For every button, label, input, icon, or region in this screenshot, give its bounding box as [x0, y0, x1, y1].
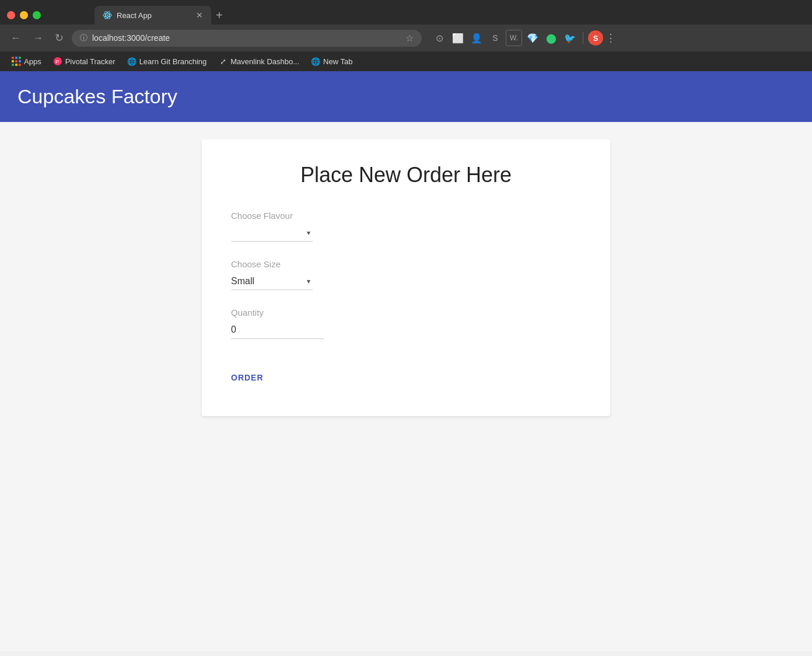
address-bar[interactable]: ⓘ localhost:3000/create ☆ [72, 30, 422, 47]
quantity-input[interactable] [231, 321, 324, 339]
forward-button[interactable]: → [29, 30, 47, 47]
size-select-wrapper: Small Medium Large ▾ [231, 273, 313, 290]
pivotal-label: Pivotal Tracker [65, 57, 116, 66]
url-text: localhost:3000/create [92, 33, 396, 43]
nav-separator [583, 32, 583, 44]
quantity-label: Quantity [231, 308, 581, 317]
flavour-select[interactable]: Chocolate Vanilla Strawberry [231, 224, 313, 242]
newtab-globe-icon: 🌐 [311, 57, 320, 66]
close-button[interactable] [7, 11, 15, 19]
window-controls [7, 11, 41, 19]
learngit-globe-icon: 🌐 [127, 57, 136, 66]
mavenlink-expand-icon: ⤢ [218, 57, 228, 66]
flavour-field: Choose Flavour Chocolate Vanilla Strawbe… [231, 211, 581, 242]
more-options-icon[interactable]: ⋮ [606, 32, 616, 44]
react-icon [103, 11, 112, 20]
app-header-title: Cupcakes Factory [18, 85, 794, 108]
browser-chrome: React App ✕ + ← → ↻ ⓘ localhost:3000/cre… [0, 0, 812, 71]
minimize-button[interactable] [20, 11, 28, 19]
svg-text:P: P [55, 59, 59, 65]
order-button[interactable]: ORDER [231, 368, 264, 387]
bookmark-mavenlink[interactable]: ⤢ Mavenlink Dashbo... [214, 55, 304, 68]
bookmark-pivotal[interactable]: P Pivotal Tracker [48, 55, 120, 68]
main-content: Place New Order Here Choose Flavour Choc… [0, 122, 812, 434]
app-content: Cupcakes Factory Place New Order Here Ch… [0, 71, 812, 651]
size-select[interactable]: Small Medium Large [231, 273, 313, 290]
tab-close-icon[interactable]: ✕ [196, 11, 203, 20]
learngit-label: Learn Git Branching [139, 57, 207, 66]
circle-icon[interactable]: ⬤ [543, 30, 559, 46]
pivotal-icon: P [53, 57, 62, 66]
back-button[interactable]: ← [7, 30, 24, 47]
cast-icon[interactable]: ⬜ [450, 30, 466, 46]
bookmark-newtab[interactable]: 🌐 New Tab [306, 55, 357, 68]
bird-icon[interactable]: 🐦 [562, 30, 578, 46]
apps-label: Apps [24, 57, 41, 66]
form-title: Place New Order Here [231, 163, 581, 187]
browser-nav-icons: ⊙ ⬜ 👤 S W. 💎 ⬤ 🐦 S ⋮ [431, 30, 616, 46]
active-tab[interactable]: React App ✕ [94, 6, 211, 25]
newtab-label: New Tab [323, 57, 352, 66]
bookmark-apps[interactable]: Apps [7, 55, 46, 68]
reload-button[interactable]: ↻ [51, 29, 67, 47]
tabs-row: React App ✕ + [48, 6, 228, 25]
flavour-label: Choose Flavour [231, 211, 581, 221]
nav-bar: ← → ↻ ⓘ localhost:3000/create ☆ ⊙ ⬜ 👤 S … [0, 25, 812, 51]
w-icon[interactable]: W. [506, 30, 522, 46]
title-bar: React App ✕ + [0, 0, 812, 25]
size-field: Choose Size Small Medium Large ▾ [231, 259, 581, 290]
profile-avatar[interactable]: S [588, 30, 603, 46]
gem-icon[interactable]: 💎 [524, 30, 541, 46]
slides-icon[interactable]: S [487, 30, 503, 46]
form-card: Place New Order Here Choose Flavour Choc… [202, 139, 610, 416]
bookmark-star-icon[interactable]: ☆ [405, 33, 414, 44]
flavour-select-wrapper: Chocolate Vanilla Strawberry ▾ [231, 224, 313, 242]
size-label: Choose Size [231, 259, 581, 269]
info-icon: ⓘ [80, 33, 88, 43]
maximize-button[interactable] [33, 11, 41, 19]
quantity-field: Quantity [231, 308, 581, 339]
account-icon[interactable]: 👤 [468, 30, 485, 46]
extensions-icon[interactable]: ⊙ [431, 30, 447, 46]
tab-title: React App [117, 11, 188, 20]
bookmark-learngit[interactable]: 🌐 Learn Git Branching [123, 55, 212, 68]
new-tab-button[interactable]: + [211, 6, 228, 25]
bookmarks-bar: Apps P Pivotal Tracker 🌐 Learn Git Branc… [0, 51, 812, 71]
app-header: Cupcakes Factory [0, 71, 812, 122]
apps-grid-icon [12, 57, 21, 66]
svg-point-3 [107, 15, 108, 16]
mavenlink-label: Mavenlink Dashbo... [230, 57, 299, 66]
